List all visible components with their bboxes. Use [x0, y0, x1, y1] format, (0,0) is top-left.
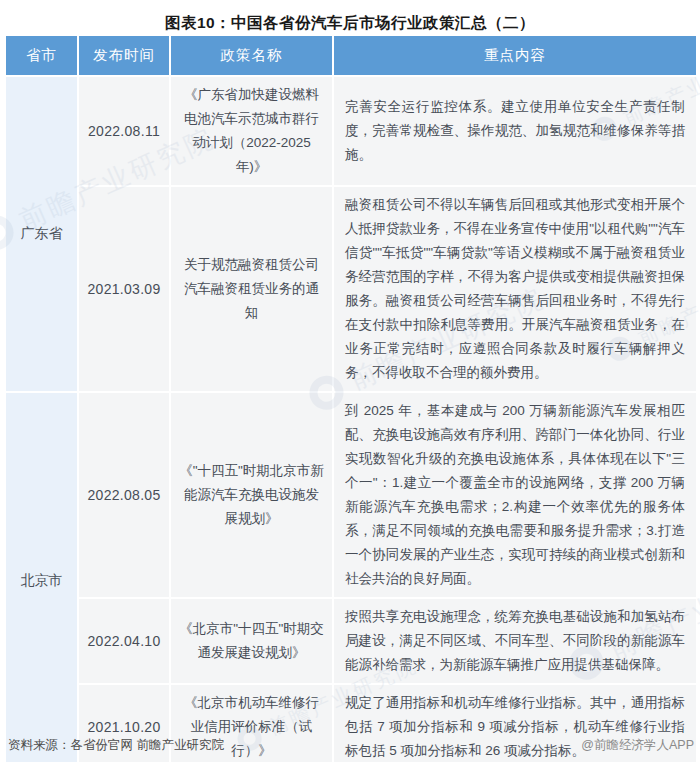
content-cell: 到 2025 年，基本建成与 200 万辆新能源汽车发展相匹配、充换电设施高效有…: [333, 392, 697, 598]
policy-name-cell: 《"十四五"时期北京市新能源汽车充换电设施发展规划》: [170, 392, 333, 598]
table-row: 广东省 2022.08.11 《广东省加快建设燃料电池汽车示范城市群行动计划（2…: [5, 76, 697, 186]
table-row: 2021.03.09 关于规范融资租赁公司汽车融资租赁业务的通知 融资租赁公司不…: [5, 186, 697, 392]
policy-name-cell: 《北京市"十四五"时期交通发展建设规划》: [170, 598, 333, 684]
date-cell: 2022.08.11: [78, 76, 170, 186]
header-cell-date: 发布时间: [78, 35, 170, 76]
policy-name-cell: 《广东省加快建设燃料电池汽车示范城市群行动计划（2022-2025 年)》: [170, 76, 333, 186]
footer: 资料来源：各省份官网 前瞻产业研究院 @前瞻经济学人APP: [0, 736, 700, 754]
table-row: 北京市 2022.08.05 《"十四五"时期北京市新能源汽车充换电设施发展规划…: [5, 392, 697, 598]
page-title: 图表10：中国各省份汽车后市场行业政策汇总（二）: [0, 0, 700, 34]
app-credit: @前瞻经济学人APP: [581, 737, 694, 754]
table-row: 2022.04.10 《北京市"十四五"时期交通发展建设规划》 按照共享充电设施…: [5, 598, 697, 684]
content-cell: 按照共享充电设施理念，统筹充换电基础设施和加氢站布局建设，满足不同区域、不同车型…: [333, 598, 697, 684]
header-cell-content: 重点内容: [333, 35, 697, 76]
date-cell: 2021.03.09: [78, 186, 170, 392]
policy-name-cell: 关于规范融资租赁公司汽车融资租赁业务的通知: [170, 186, 333, 392]
province-cell-guangdong: 广东省: [5, 76, 78, 392]
header-cell-policy-name: 政策名称: [170, 35, 333, 76]
province-cell-beijing: 北京市: [5, 392, 78, 762]
header-cell-province: 省市: [5, 35, 78, 76]
date-cell: 2022.04.10: [78, 598, 170, 684]
table-header-row: 省市 发布时间 政策名称 重点内容: [5, 35, 697, 76]
source-note: 资料来源：各省份官网 前瞻产业研究院: [8, 737, 224, 754]
content-cell: 融资租赁公司不得以车辆售后回租或其他形式变相开展个人抵押贷款业务，不得在业务宣传…: [333, 186, 697, 392]
date-cell: 2022.08.05: [78, 392, 170, 598]
content-cell: 完善安全运行监控体系。建立使用单位安全生产责任制度，完善常规检查、操作规范、加氢…: [333, 76, 697, 186]
policy-table: 省市 发布时间 政策名称 重点内容 广东省 2022.08.11 《广东省加快建…: [4, 34, 698, 762]
